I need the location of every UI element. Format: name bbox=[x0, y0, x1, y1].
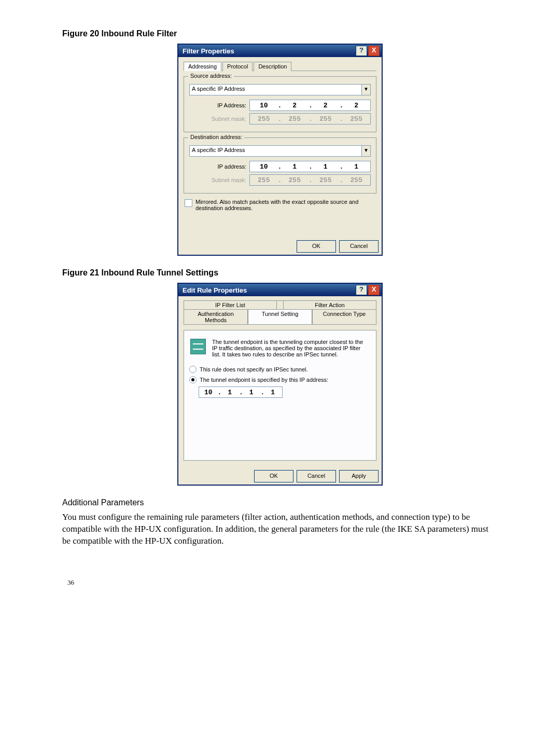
radio-button[interactable] bbox=[189, 376, 197, 383]
body-paragraph: You must configure the remaining rule pa… bbox=[62, 512, 498, 547]
tab-description[interactable]: Description bbox=[254, 62, 291, 71]
dest-legend: Destination address: bbox=[188, 134, 244, 140]
page-number: 36 bbox=[62, 578, 498, 587]
source-ip-input[interactable]: 10. 2. 2. 2 bbox=[249, 100, 371, 111]
apply-button[interactable]: Apply bbox=[339, 470, 379, 482]
chevron-down-icon[interactable]: ▼ bbox=[361, 85, 370, 95]
button-bar: OK Cancel Apply bbox=[178, 466, 382, 485]
cancel-button[interactable]: Cancel bbox=[339, 240, 379, 253]
additional-parameters-heading: Additional Parameters bbox=[62, 498, 498, 507]
combo-value: A specific IP Address bbox=[190, 146, 361, 156]
mirrored-checkbox-row[interactable]: Mirrored. Also match packets with the ex… bbox=[184, 199, 376, 211]
cancel-button[interactable]: Cancel bbox=[297, 470, 336, 482]
tab-tunnel-setting[interactable]: Tunnel Setting bbox=[248, 309, 312, 325]
close-icon[interactable]: X bbox=[368, 285, 380, 295]
ok-button[interactable]: OK bbox=[297, 240, 336, 253]
close-icon[interactable]: X bbox=[368, 46, 380, 56]
dialog-title: Filter Properties bbox=[183, 47, 234, 55]
figure-20-caption: Figure 20 Inbound Rule Filter bbox=[62, 29, 498, 38]
radio-button[interactable] bbox=[189, 366, 197, 373]
tab-protocol[interactable]: Protocol bbox=[222, 62, 253, 71]
radio-no-tunnel[interactable]: This rule does not specify an IPSec tunn… bbox=[189, 366, 371, 373]
tab-addressing[interactable]: Addressing bbox=[184, 62, 221, 71]
mask-label: Subnet mask: bbox=[189, 116, 249, 122]
figure-21-caption: Figure 21 Inbound Rule Tunnel Settings bbox=[62, 268, 498, 278]
help-icon[interactable]: ? bbox=[356, 285, 367, 295]
radio-label: The tunnel endpoint is specified by this… bbox=[200, 377, 328, 383]
tunnel-setting-pane: The tunnel endpoint is the tunneling com… bbox=[184, 330, 376, 461]
dialog-title: Edit Rule Properties bbox=[183, 286, 247, 294]
ok-button[interactable]: OK bbox=[254, 470, 293, 482]
tunnel-endpoint-ip-input[interactable]: 10. 1. 1. 1 bbox=[199, 386, 283, 398]
tab-filter-action[interactable]: Filter Action bbox=[283, 300, 376, 309]
tunnel-info-text: The tunnel endpoint is the tunneling com… bbox=[212, 339, 370, 357]
destination-address-group: Destination address: A specific IP Addre… bbox=[184, 137, 376, 194]
tabs: Addressing Protocol Description bbox=[184, 61, 376, 71]
titlebar: Filter Properties ? X bbox=[178, 45, 382, 57]
tabs: IP Filter List Filter Action Authenticat… bbox=[184, 300, 376, 325]
tunnel-icon bbox=[190, 339, 206, 354]
combo-value: A specific IP Address bbox=[190, 85, 361, 95]
ip-label: IP Address: bbox=[189, 102, 249, 108]
source-address-group: Source address: A specific IP Address ▼ … bbox=[184, 76, 376, 132]
dest-mask-input: 255. 255. 255. 255 bbox=[249, 174, 371, 186]
chevron-down-icon[interactable]: ▼ bbox=[361, 146, 370, 156]
mask-label: Subnet mask: bbox=[189, 177, 249, 183]
tab-auth-methods[interactable]: Authentication Methods bbox=[184, 309, 248, 325]
mirrored-label: Mirrored. Also match packets with the ex… bbox=[195, 199, 376, 211]
dest-ip-input[interactable]: 10. 1. 1. 1 bbox=[249, 161, 371, 172]
source-mask-input: 255. 255. 255. 255 bbox=[249, 113, 371, 125]
source-legend: Source address: bbox=[188, 73, 234, 79]
edit-rule-dialog: Edit Rule Properties ? X IP Filter List … bbox=[177, 283, 383, 486]
radio-label: This rule does not specify an IPSec tunn… bbox=[200, 366, 308, 372]
titlebar: Edit Rule Properties ? X bbox=[178, 284, 382, 296]
source-address-combo[interactable]: A specific IP Address ▼ bbox=[189, 84, 371, 95]
dest-address-combo[interactable]: A specific IP Address ▼ bbox=[189, 145, 371, 157]
button-bar: OK Cancel bbox=[178, 236, 382, 255]
help-icon[interactable]: ? bbox=[356, 46, 367, 56]
radio-tunnel-endpoint[interactable]: The tunnel endpoint is specified by this… bbox=[189, 376, 371, 383]
tab-ip-filter-list[interactable]: IP Filter List bbox=[184, 300, 277, 309]
tab-connection-type[interactable]: Connection Type bbox=[312, 309, 376, 325]
filter-properties-dialog: Filter Properties ? X Addressing Protoco… bbox=[177, 44, 383, 256]
mirrored-checkbox[interactable] bbox=[185, 199, 192, 207]
ip-label: IP address: bbox=[189, 163, 249, 170]
